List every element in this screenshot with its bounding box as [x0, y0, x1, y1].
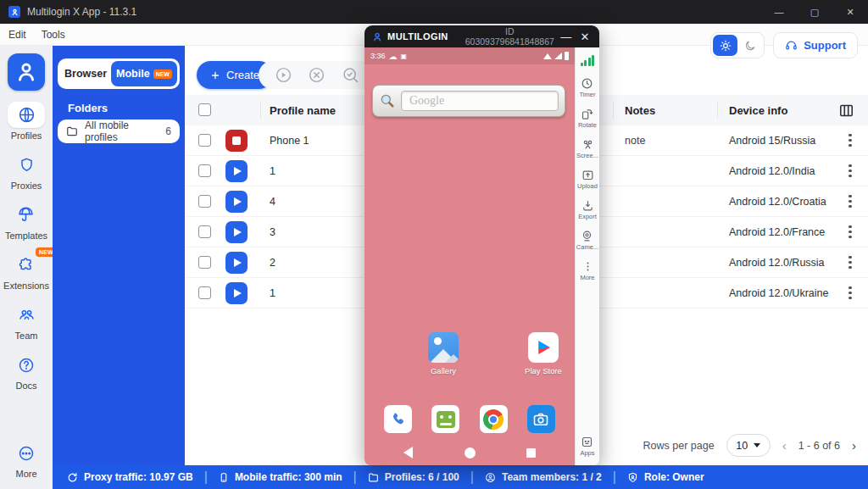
check-search-icon[interactable]	[342, 66, 359, 84]
more-circle-icon	[8, 440, 45, 466]
rotate-button[interactable]: Rotate	[578, 108, 597, 129]
sidebar-item-templates[interactable]: Templates	[5, 202, 47, 241]
android-dock	[364, 405, 575, 433]
column-profile-name[interactable]: Profile name	[270, 104, 336, 117]
start-profile-button[interactable]	[225, 191, 248, 213]
theme-toggle	[710, 32, 765, 58]
select-all-checkbox[interactable]	[198, 103, 211, 116]
light-theme-button[interactable]	[713, 35, 737, 56]
sidebar-item-docs[interactable]: Docs	[8, 352, 45, 391]
notification-sim-icon: ▣	[401, 53, 408, 60]
sidebar-item-label: Team	[15, 331, 38, 341]
notification-cloud-icon: ☁	[389, 52, 398, 61]
camera-app-icon[interactable]	[527, 405, 555, 433]
maximize-window-button[interactable]: ▢	[797, 0, 832, 24]
play-icon	[234, 258, 242, 267]
more-options-button[interactable]: More	[580, 260, 594, 281]
start-profile-button[interactable]	[225, 221, 248, 243]
sidebar-item-team[interactable]: Team	[8, 302, 45, 341]
globe-icon	[8, 102, 45, 128]
sidebar-item-more[interactable]: More	[8, 440, 45, 479]
phone-minimize-button[interactable]: —	[559, 31, 573, 43]
profile-name: 1	[270, 165, 275, 177]
play-icon	[234, 228, 242, 236]
recents-nav-icon[interactable]	[526, 448, 536, 458]
status-divider: |	[613, 470, 616, 485]
camera-toggle-button[interactable]: Came...	[576, 230, 598, 251]
moon-icon	[744, 40, 756, 52]
sidebar-item-label: Docs	[15, 381, 36, 391]
android-screen[interactable]: 3:36 ☁ ▣ Google	[364, 47, 575, 465]
row-menu-icon[interactable]	[843, 255, 858, 270]
mobile-new-badge: NEW	[153, 69, 172, 79]
screenshot-button[interactable]: Scree...	[576, 138, 598, 159]
bulk-actions-toolbar	[259, 61, 376, 89]
close-window-button[interactable]: ✕	[832, 0, 868, 24]
stop-profiles-icon[interactable]	[308, 66, 326, 84]
upload-button[interactable]: Upload	[577, 169, 598, 190]
folder-all-mobile-profiles[interactable]: All mobile profiles 6	[58, 119, 180, 143]
page-range: 1 - 6 of 6	[798, 440, 840, 452]
row-menu-icon[interactable]	[843, 225, 858, 240]
start-profiles-icon[interactable]	[275, 66, 292, 84]
row-menu-icon[interactable]	[843, 286, 858, 301]
start-profile-button[interactable]	[225, 160, 248, 182]
menu-tools[interactable]: Tools	[42, 29, 65, 41]
sidebar-item-extensions[interactable]: NEW Extensions	[3, 252, 49, 291]
next-page-button[interactable]: ›	[852, 438, 856, 453]
profile-device-info: Android 12.0/India	[729, 165, 815, 177]
export-button[interactable]: Export	[578, 199, 597, 220]
row-checkbox[interactable]	[198, 134, 211, 147]
tab-mobile[interactable]: Mobile NEW	[111, 61, 177, 86]
sidebar-item-profiles[interactable]: Profiles	[8, 102, 45, 141]
chrome-app-icon[interactable]	[480, 405, 508, 433]
row-checkbox[interactable]	[198, 286, 211, 299]
row-menu-icon[interactable]	[843, 133, 858, 148]
row-checkbox[interactable]	[198, 225, 211, 238]
minimize-window-button[interactable]: —	[761, 0, 797, 24]
templates-icon	[8, 202, 45, 228]
google-search-widget[interactable]: Google	[372, 85, 565, 117]
phone-app-icon[interactable]	[384, 405, 412, 433]
home-nav-icon[interactable]	[465, 447, 476, 458]
profile-device-info: Android 12.0/France	[729, 226, 825, 238]
messages-app-icon[interactable]	[431, 405, 459, 433]
gallery-app[interactable]: Gallery	[419, 332, 468, 375]
support-button[interactable]: Support	[773, 32, 858, 58]
phone-window-titlebar[interactable]: MULTILOGIN ID 603093796841848867 — ✕	[364, 25, 599, 47]
team-icon	[8, 302, 45, 328]
folders-heading: Folders	[68, 102, 108, 114]
folder-icon	[368, 472, 379, 483]
stop-profile-button[interactable]	[225, 130, 248, 152]
play-store-app[interactable]: Play Store	[519, 332, 568, 375]
row-checkbox[interactable]	[198, 256, 211, 269]
timer-button[interactable]: Timer	[580, 77, 596, 98]
apps-button[interactable]: Apps	[580, 436, 594, 457]
menu-edit[interactable]: Edit	[8, 29, 26, 41]
row-checkbox[interactable]	[198, 164, 211, 177]
row-menu-icon[interactable]	[843, 164, 858, 179]
dark-theme-button[interactable]	[737, 35, 762, 56]
back-nav-icon[interactable]	[403, 447, 413, 458]
column-notes[interactable]: Notes	[625, 104, 655, 117]
row-checkbox[interactable]	[198, 195, 211, 208]
page-size-select[interactable]: 10	[726, 434, 771, 457]
webcam-icon	[581, 230, 593, 242]
sidebar-item-label: Proxies	[11, 181, 42, 191]
google-search-input[interactable]: Google	[401, 91, 559, 111]
tab-browser[interactable]: Browser	[60, 68, 111, 80]
column-settings-icon[interactable]	[838, 103, 854, 119]
column-device-info[interactable]: Device info	[729, 104, 787, 117]
start-profile-button[interactable]	[225, 252, 248, 274]
start-profile-button[interactable]	[225, 282, 248, 304]
sidebar-item-proxies[interactable]: Proxies	[8, 152, 45, 191]
profiles-count-status: Profiles: 6 / 100	[368, 471, 459, 483]
connection-signal-icon	[581, 56, 595, 66]
multilogin-logo	[8, 53, 45, 91]
phone-close-button[interactable]: ✕	[578, 31, 592, 43]
android-navbar	[364, 447, 575, 458]
sidebar-item-label: Profiles	[11, 131, 42, 141]
prev-page-button[interactable]: ‹	[782, 438, 787, 453]
gallery-app-icon	[428, 332, 459, 363]
row-menu-icon[interactable]	[843, 194, 858, 209]
